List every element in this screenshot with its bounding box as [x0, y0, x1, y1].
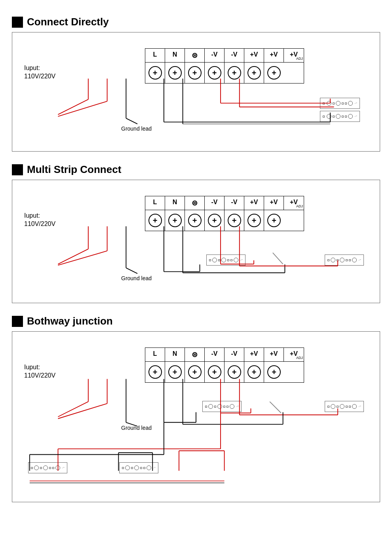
- conn-GND-1: +: [185, 63, 205, 83]
- term-L-1: L: [145, 49, 165, 62]
- term-neg2-3: -V: [225, 348, 244, 361]
- diagram-multi: Iuput:110V/220V L N ⊜ -V -V +V +V +VADJ …: [12, 180, 380, 303]
- term-L-3: L: [145, 348, 165, 361]
- conn-pos2-3: +: [264, 362, 284, 382]
- conn-L-3: +: [145, 362, 165, 382]
- section-1-header: Connect Directly: [12, 16, 380, 28]
- section-title-3: Bothway junction: [27, 315, 113, 327]
- led-strip-3-lower-left: ·⁻: [28, 462, 67, 473]
- svg-line-38: [58, 404, 107, 419]
- ground-lead-2: Ground lead: [121, 275, 152, 281]
- svg-line-17: [58, 249, 88, 264]
- svg-line-1: [58, 99, 88, 114]
- diagram-multi-content: Iuput:110V/220V L N ⊜ -V -V +V +V +VADJ …: [20, 188, 372, 295]
- svg-line-19: [58, 251, 107, 265]
- term-pos1-2: +V: [244, 196, 264, 210]
- svg-line-47: [270, 402, 281, 413]
- term-neg2-1: -V: [225, 49, 244, 62]
- section-3-header: Bothway junction: [12, 315, 380, 327]
- conn-neg1-1: +: [205, 63, 225, 83]
- conn-L-2: +: [145, 210, 165, 231]
- diagram-both-content: Iuput:110V/220V L N ⊜ -V -V +V +V +VADJ …: [20, 340, 372, 494]
- conn-neg2-2: +: [225, 210, 244, 231]
- terminal-block-3: L N ⊜ -V -V +V +V +VADJ + + + + + + +: [82, 347, 304, 383]
- svg-line-3: [58, 101, 107, 116]
- svg-line-5: [126, 118, 137, 124]
- section-title-2: Multi Strip Connect: [27, 163, 121, 176]
- conn-pos2-2: +: [264, 210, 284, 231]
- term-pos3-3: +VADJ: [284, 348, 304, 361]
- term-pos1-3: +V: [244, 348, 264, 361]
- term-N-1: N: [165, 49, 185, 62]
- term-pos2-1: +V: [264, 49, 284, 62]
- conn-neg1-2: +: [205, 210, 225, 231]
- section-icon-3: [12, 316, 23, 327]
- diagram-direct-content: Iuput:110V/220V L N ⊜ -V -V +V +V +VADJ …: [20, 40, 372, 143]
- conn-N-1: +: [165, 63, 185, 83]
- term-pos1-1: +V: [244, 49, 264, 62]
- conn-pos2-1: +: [264, 63, 284, 83]
- conn-GND-2: +: [185, 210, 205, 231]
- led-strip-3-upper-right: ·⁻: [325, 401, 364, 412]
- conn-neg1-3: +: [205, 362, 225, 382]
- term-neg1-1: -V: [205, 49, 225, 62]
- term-N-3: N: [165, 348, 185, 361]
- conn-neg2-1: +: [225, 63, 244, 83]
- section-title-1: Connect Directly: [27, 16, 109, 28]
- led-strip-1-top: ·⁻: [320, 98, 360, 109]
- term-GND-2: ⊜: [185, 196, 205, 210]
- section-icon-2: [12, 164, 23, 175]
- ground-lead-1: Ground lead: [121, 125, 152, 132]
- led-strip-2-right: ·⁻: [325, 254, 364, 266]
- conn-neg2-3: +: [225, 362, 244, 382]
- svg-line-28: [273, 253, 283, 264]
- svg-line-36: [58, 402, 88, 417]
- conn-pos1-1: +: [244, 63, 264, 83]
- input-label-3: Iuput:110V/220V: [24, 363, 55, 380]
- term-neg2-2: -V: [225, 196, 244, 210]
- diagram-both: Iuput:110V/220V L N ⊜ -V -V +V +V +VADJ …: [12, 331, 380, 502]
- conn-N-2: +: [165, 210, 185, 231]
- section-2-header: Multi Strip Connect: [12, 163, 380, 176]
- led-strip-3-upper-left: ·⁻: [202, 401, 242, 412]
- terminal-block-2: L N ⊜ -V -V +V +V +VADJ + + + + + + +: [82, 196, 304, 231]
- term-pos2-2: +V: [264, 196, 284, 210]
- term-pos3-1: +VADJ: [284, 49, 304, 62]
- led-strip-3-lower-right: ·⁻: [119, 462, 158, 473]
- conn-pos1-2: +: [244, 210, 264, 231]
- led-strip-2-left: ·⁻: [206, 254, 245, 266]
- conn-N-3: +: [165, 362, 185, 382]
- term-pos2-3: +V: [264, 348, 284, 361]
- input-label-2: Iuput:110V/220V: [24, 212, 55, 228]
- term-L-2: L: [145, 196, 165, 210]
- term-N-2: N: [165, 196, 185, 210]
- svg-line-21: [126, 268, 137, 273]
- conn-GND-3: +: [185, 362, 205, 382]
- diagram-direct: Iuput:110V/220V L N ⊜ -V -V +V +V +VADJ …: [12, 32, 380, 152]
- led-strip-1-bottom: ·⁻: [320, 111, 360, 122]
- term-neg1-3: -V: [205, 348, 225, 361]
- conn-L-1: +: [145, 63, 165, 83]
- term-pos3-2: +VADJ: [284, 196, 304, 210]
- conn-pos1-3: +: [244, 362, 264, 382]
- term-neg1-2: -V: [205, 196, 225, 210]
- term-GND-1: ⊜: [185, 49, 205, 62]
- input-label-1: Iuput:110V/220V: [24, 64, 55, 81]
- term-GND-3: ⊜: [185, 348, 205, 361]
- ground-lead-3: Ground lead: [121, 425, 152, 431]
- section-icon-1: [12, 17, 23, 28]
- terminal-block-1: L N ⊜ -V -V +V +V +VADJ + + + + + + +: [82, 48, 304, 84]
